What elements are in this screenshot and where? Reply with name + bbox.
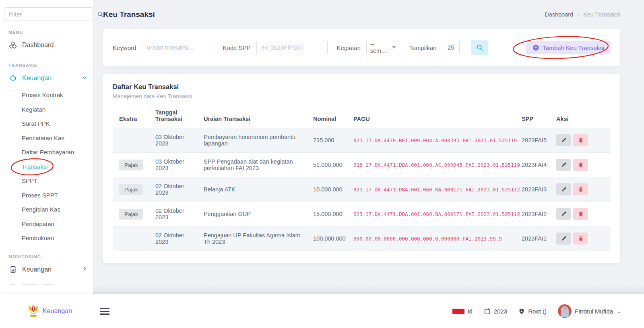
table-row: 03 Oktober 2023 Pembayaran honorarium pe…	[113, 128, 611, 153]
role-label: Root ()	[528, 308, 547, 315]
year-selector[interactable]: 2023	[484, 308, 507, 315]
table-row: Pajak 03 Oktober 2023 SPP Pengadaan alat…	[113, 153, 611, 177]
cell-aksi	[556, 202, 611, 226]
svg-text:UNSIKA: UNSIKA	[31, 315, 37, 317]
trash-icon	[578, 187, 584, 192]
cell-nominal: 10.000.000	[313, 177, 353, 202]
pencil-icon	[561, 137, 567, 143]
add-button-label: Tambah Keu Transaksi	[543, 44, 604, 51]
edit-button[interactable]	[556, 159, 571, 171]
pencil-icon	[561, 187, 567, 192]
pagu-code: 023.17.DK.4471.DBA.001.060.BA.000171.FAI…	[353, 187, 520, 193]
sidebar-item-dashboard[interactable]: Dashboard	[0, 36, 93, 54]
trash-icon	[578, 162, 584, 168]
tampilkan-input[interactable]	[442, 40, 460, 55]
sidebar-item-keuangan[interactable]: Keuangan	[0, 69, 93, 87]
sidebar-subitem-pencatatan-kas[interactable]: Pencatatan Kas	[0, 131, 93, 145]
delete-button[interactable]	[573, 134, 588, 146]
boxes-icon	[8, 41, 17, 49]
search-icon	[476, 44, 483, 51]
calendar-icon	[484, 308, 491, 315]
locale-switcher[interactable]: id	[452, 308, 473, 315]
footer-right-group: id 2023 Root ()	[452, 304, 621, 318]
cell-tanggal: 02 Oktober 2023	[155, 202, 204, 226]
cell-uraian: Penggantian GUP	[204, 202, 313, 226]
subitem-label: Transaksi	[22, 163, 47, 170]
cell-ekstra: Pajak	[113, 202, 155, 226]
year-label: 2023	[494, 308, 507, 315]
sidebar-subitem-pendapatan[interactable]: Pendapatan	[0, 217, 93, 231]
user-menu[interactable]: Fitrotul Mufida ⌄	[558, 304, 621, 318]
search-icon[interactable]	[97, 11, 104, 18]
brand[interactable]: UNSIKA Keuangan	[27, 304, 72, 318]
sidebar-subitem-proses-sppt[interactable]: Proses SPPT	[0, 188, 93, 203]
cell-aksi	[556, 226, 611, 251]
subitem-label: Pembukuan	[22, 235, 54, 241]
pagu-code: 023.17.DK.4471.DBA.001.060.BA.000171.FAI…	[353, 211, 520, 217]
delete-button[interactable]	[573, 183, 588, 195]
delete-button[interactable]	[573, 159, 588, 171]
cell-aksi	[556, 128, 611, 153]
edit-button[interactable]	[556, 208, 571, 220]
search-button[interactable]	[471, 40, 488, 55]
table-title: Daftar Keu Transaksi	[113, 83, 611, 91]
chevron-down-icon: ⌄	[617, 308, 621, 314]
sidebar-subitem-surat-ppk[interactable]: Surat PPK	[0, 116, 93, 131]
cell-ekstra	[113, 128, 155, 153]
clipboard-chart-icon	[8, 266, 17, 273]
role-indicator[interactable]: Root ()	[518, 308, 547, 315]
sidebar-subitem-kegiatan[interactable]: Kegiatan	[0, 102, 93, 117]
page-header: Keu Transaksi Dashboard › Keu Transaksi	[93, 0, 644, 29]
brand-name: Keuangan	[43, 307, 72, 315]
bottom-navbar: UNSIKA Keuangan id 2023	[0, 294, 644, 328]
subitem-label: SPPT	[22, 177, 37, 184]
sidebar-subitem-sppt[interactable]: SPPT	[0, 174, 93, 188]
main-content: Keu Transaksi Dashboard › Keu Transaksi …	[93, 0, 644, 294]
sidebar-item-label: Keuangan	[22, 266, 82, 273]
cell-ekstra: Pajak	[113, 153, 155, 177]
edit-button[interactable]	[556, 183, 571, 195]
breadcrumb-home[interactable]: Dashboard	[545, 11, 573, 18]
sidebar-section-transaksi: TRANSAKSI	[8, 63, 93, 68]
edit-button[interactable]	[556, 134, 571, 146]
edit-button[interactable]	[556, 233, 571, 245]
cell-nominal: 100.000.000	[313, 226, 353, 251]
sidebar-subitem-pengisian-kas[interactable]: Pengisian Kas	[0, 202, 93, 217]
sidebar-subitem-proses-kontrak[interactable]: Proses Kontrak	[0, 88, 93, 102]
sidebar-section-monitoring: MONITORING	[8, 254, 93, 259]
table-row: Pajak 02 Oktober 2023 Belanja ATK 10.000…	[113, 177, 611, 202]
sidebar-subitem-daftar-pembayaran[interactable]: Daftar Pembayaran	[0, 145, 93, 160]
delete-button[interactable]	[573, 208, 588, 220]
sidebar-subitem-transaksi[interactable]: Transaksi	[0, 160, 93, 174]
piggy-bank-icon	[8, 74, 17, 83]
chevron-right-icon	[82, 266, 87, 273]
subitem-label: Kegiatan	[22, 106, 45, 113]
unsika-logo: UNSIKA	[27, 304, 39, 318]
cell-nominal: 15.000.000	[313, 202, 353, 226]
col-header-spp: SPP	[522, 105, 556, 128]
table-row: Pajak 02 Oktober 2023 Penggantian GUP 15…	[113, 202, 611, 226]
menu-toggle-icon[interactable]	[100, 306, 109, 316]
kegiatan-select[interactable]: --sem...	[366, 40, 400, 55]
keyword-input[interactable]	[142, 40, 213, 55]
cell-spp: 2023FAI1	[522, 226, 556, 251]
sidebar-section-menu: MENU	[8, 30, 93, 35]
breadcrumb: Dashboard › Keu Transaksi	[545, 11, 620, 18]
subitem-label: Pendapatan	[22, 220, 54, 227]
add-keu-transaksi-button[interactable]: Tambah Keu Transaksi	[526, 41, 611, 54]
avatar	[558, 304, 572, 318]
cell-ekstra	[113, 226, 155, 251]
cell-nominal: 735.000	[313, 128, 353, 153]
cell-spp: 2023FAI4	[522, 153, 556, 177]
delete-button[interactable]	[573, 233, 588, 245]
sidebar-subitem-pembukuan[interactable]: Pembukuan	[0, 231, 93, 245]
page-title: Keu Transaksi	[103, 10, 155, 19]
partial-menu-item[interactable]	[0, 281, 93, 289]
kode-spp-input[interactable]	[256, 40, 328, 55]
subitem-label: Proses SPPT	[22, 192, 58, 199]
sidebar-filter-row	[4, 7, 88, 21]
sidebar-filter-input[interactable]	[4, 7, 93, 21]
col-header-pagu: PAGU	[353, 105, 522, 128]
sidebar-item-monitoring-keuangan[interactable]: Keuangan	[0, 261, 93, 278]
table-row: 02 Oktober 2023 Pengajuan UP Fakultas Ag…	[113, 226, 611, 251]
